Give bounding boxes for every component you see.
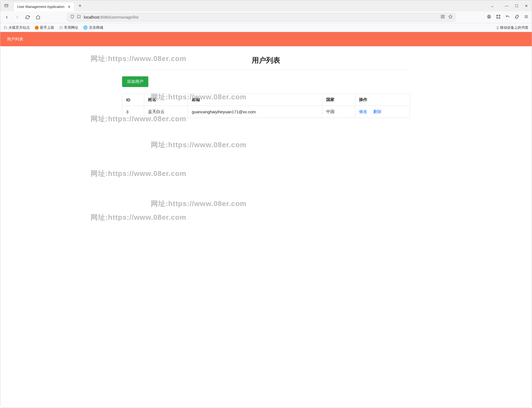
reload-button[interactable]	[24, 14, 31, 21]
tab-title: User Management Application	[17, 5, 64, 9]
info-icon[interactable]	[77, 15, 81, 20]
qr-icon[interactable]	[441, 15, 445, 20]
svg-rect-13	[497, 15, 499, 18]
extensions-icon[interactable]	[515, 15, 519, 20]
window-titlebar: User Management Application ✕ + ⌄ — ☐ ✕	[0, 0, 532, 11]
menu-icon[interactable]	[524, 15, 528, 20]
page-viewport: 用户列表 用户列表 添加用户 ID 姓名 邮箱 国家 操作	[0, 32, 532, 408]
svg-point-12	[488, 16, 490, 17]
watermark: 网址:https://www.08er.com	[151, 140, 247, 150]
svg-rect-0	[5, 4, 8, 7]
table-header-row: ID 姓名 邮箱 国家 操作	[122, 94, 410, 106]
home-button[interactable]	[35, 14, 41, 21]
add-user-button[interactable]: 添加用户	[122, 76, 148, 87]
new-tab-button[interactable]: +	[78, 3, 82, 9]
watermark: 网址:https://www.08er.com	[151, 199, 247, 209]
cell-name: 蓝天白云	[144, 106, 188, 118]
bookmark-common[interactable]: 🗀常用网址	[59, 25, 78, 30]
th-name: 姓名	[144, 94, 188, 106]
svg-rect-6	[443, 15, 444, 16]
firefox-icon	[35, 26, 39, 30]
watermark: 网址:https://www.08er.com	[91, 213, 186, 222]
workspace-icon[interactable]	[2, 2, 10, 10]
forward-button[interactable]	[14, 14, 21, 21]
account-icon[interactable]	[487, 15, 491, 20]
shield-icon[interactable]	[70, 15, 74, 20]
undo-icon[interactable]	[505, 15, 510, 20]
cell-actions: 修改 删除	[355, 106, 410, 118]
tab-close-icon[interactable]: ✕	[68, 5, 71, 9]
th-country: 国家	[322, 94, 355, 106]
cell-country: 中国	[322, 106, 355, 118]
minimize-button[interactable]: —	[505, 4, 508, 8]
user-table: ID 姓名 邮箱 国家 操作 3 蓝天白云 guancanghaiyiheyua…	[122, 94, 410, 118]
bookmark-firefox-site[interactable]: 🗀火狐官方站点	[4, 25, 30, 30]
svg-rect-7	[441, 17, 443, 18]
browser-tab[interactable]: User Management Application ✕	[13, 2, 74, 11]
th-id: ID	[122, 94, 144, 106]
bookmark-getting-started[interactable]: 新手上路	[35, 25, 54, 30]
address-bar[interactable]: localhost:8080/usermanage/list	[67, 13, 456, 22]
maximize-button[interactable]: ☐	[515, 4, 518, 8]
svg-rect-5	[441, 15, 443, 16]
cell-id: 3	[122, 106, 144, 118]
browser-toolbar: localhost:8080/usermanage/list	[0, 11, 532, 23]
delete-link[interactable]: 删除	[373, 109, 381, 114]
svg-marker-10	[449, 15, 452, 18]
svg-rect-8	[443, 17, 444, 18]
th-email: 邮箱	[188, 94, 322, 106]
watermark: 网址:https://www.08er.com	[91, 169, 186, 178]
bookmarks-bar: 🗀火狐官方站点 新手上路 🗀常用网址 🌐京东商城 ▯移动设备上的书签	[0, 23, 532, 32]
page-title: 用户列表	[122, 56, 410, 65]
tabs-dropdown-icon[interactable]: ⌄	[491, 4, 494, 8]
svg-rect-9	[444, 18, 444, 18]
app-navbar: 用户列表	[0, 32, 532, 46]
navbar-brand[interactable]: 用户列表	[7, 37, 23, 42]
table-row: 3 蓝天白云 guancanghaiyiheyuan171@xx.com 中国 …	[122, 106, 410, 118]
back-button[interactable]	[4, 14, 10, 21]
screenshot-icon[interactable]	[496, 15, 501, 20]
edit-link[interactable]: 修改	[359, 109, 367, 114]
th-actions: 操作	[355, 94, 410, 106]
url-text: localhost:8080/usermanage/list	[84, 15, 138, 19]
close-window-button[interactable]: ✕	[525, 4, 528, 8]
bookmark-star-icon[interactable]	[448, 15, 453, 20]
cell-email: guancanghaiyiheyuan171@xx.com	[188, 106, 322, 118]
bookmark-mobile[interactable]: ▯移动设备上的书签	[497, 25, 528, 30]
divider	[122, 70, 410, 70]
bookmark-jd[interactable]: 🌐京东商城	[83, 25, 103, 30]
